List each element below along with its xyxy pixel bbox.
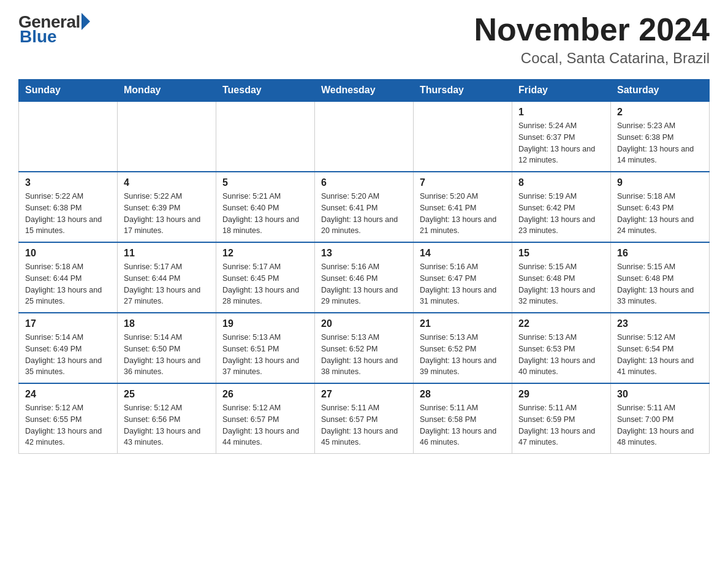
table-row: 24Sunrise: 5:12 AMSunset: 6:55 PMDayligh… <box>19 383 118 454</box>
table-row: 19Sunrise: 5:13 AMSunset: 6:51 PMDayligh… <box>216 313 315 383</box>
day-number: 23 <box>617 318 703 329</box>
table-row <box>118 101 216 172</box>
day-number: 17 <box>25 318 111 329</box>
day-info: Sunrise: 5:15 AMSunset: 6:48 PMDaylight:… <box>518 261 604 307</box>
day-number: 29 <box>518 389 604 400</box>
week-row-2: 3Sunrise: 5:22 AMSunset: 6:38 PMDaylight… <box>19 172 710 242</box>
title-section: November 2024 Cocal, Santa Catarina, Bra… <box>474 12 710 67</box>
calendar-subtitle: Cocal, Santa Catarina, Brazil <box>474 50 710 67</box>
table-row: 7Sunrise: 5:20 AMSunset: 6:41 PMDaylight… <box>414 172 512 242</box>
day-info: Sunrise: 5:23 AMSunset: 6:38 PMDaylight:… <box>617 120 703 166</box>
day-number: 8 <box>518 177 604 188</box>
table-row: 26Sunrise: 5:12 AMSunset: 6:57 PMDayligh… <box>216 383 315 454</box>
day-number: 28 <box>420 389 506 400</box>
day-info: Sunrise: 5:11 AMSunset: 6:59 PMDaylight:… <box>518 402 604 448</box>
table-row: 25Sunrise: 5:12 AMSunset: 6:56 PMDayligh… <box>118 383 216 454</box>
day-number: 12 <box>222 248 308 259</box>
table-row: 2Sunrise: 5:23 AMSunset: 6:38 PMDaylight… <box>611 101 710 172</box>
col-tuesday: Tuesday <box>216 80 315 102</box>
table-row: 16Sunrise: 5:15 AMSunset: 6:48 PMDayligh… <box>611 242 710 313</box>
table-row: 12Sunrise: 5:17 AMSunset: 6:45 PMDayligh… <box>216 242 315 313</box>
day-number: 26 <box>222 389 308 400</box>
table-row: 8Sunrise: 5:19 AMSunset: 6:42 PMDaylight… <box>512 172 611 242</box>
day-info: Sunrise: 5:13 AMSunset: 6:52 PMDaylight:… <box>321 332 407 378</box>
table-row <box>315 101 414 172</box>
table-row: 14Sunrise: 5:16 AMSunset: 6:47 PMDayligh… <box>414 242 512 313</box>
day-info: Sunrise: 5:22 AMSunset: 6:38 PMDaylight:… <box>25 191 111 237</box>
day-info: Sunrise: 5:12 AMSunset: 6:56 PMDaylight:… <box>124 402 210 448</box>
col-monday: Monday <box>118 80 216 102</box>
day-info: Sunrise: 5:13 AMSunset: 6:52 PMDaylight:… <box>420 332 506 378</box>
table-row: 21Sunrise: 5:13 AMSunset: 6:52 PMDayligh… <box>414 313 512 383</box>
day-info: Sunrise: 5:11 AMSunset: 6:57 PMDaylight:… <box>321 402 407 448</box>
day-info: Sunrise: 5:19 AMSunset: 6:42 PMDaylight:… <box>518 191 604 237</box>
table-row: 23Sunrise: 5:12 AMSunset: 6:54 PMDayligh… <box>611 313 710 383</box>
day-info: Sunrise: 5:12 AMSunset: 6:57 PMDaylight:… <box>222 402 308 448</box>
week-row-4: 17Sunrise: 5:14 AMSunset: 6:49 PMDayligh… <box>19 313 710 383</box>
day-number: 19 <box>222 318 308 329</box>
logo-blue-text: Blue <box>20 27 57 47</box>
day-info: Sunrise: 5:14 AMSunset: 6:50 PMDaylight:… <box>124 332 210 378</box>
day-info: Sunrise: 5:17 AMSunset: 6:44 PMDaylight:… <box>124 261 210 307</box>
day-number: 5 <box>222 177 308 188</box>
day-info: Sunrise: 5:16 AMSunset: 6:47 PMDaylight:… <box>420 261 506 307</box>
table-row: 17Sunrise: 5:14 AMSunset: 6:49 PMDayligh… <box>19 313 118 383</box>
day-number: 9 <box>617 177 703 188</box>
day-info: Sunrise: 5:12 AMSunset: 6:55 PMDaylight:… <box>25 402 111 448</box>
table-row: 22Sunrise: 5:13 AMSunset: 6:53 PMDayligh… <box>512 313 611 383</box>
table-row: 15Sunrise: 5:15 AMSunset: 6:48 PMDayligh… <box>512 242 611 313</box>
day-number: 14 <box>420 248 506 259</box>
day-info: Sunrise: 5:17 AMSunset: 6:45 PMDaylight:… <box>222 261 308 307</box>
day-number: 30 <box>617 389 703 400</box>
day-info: Sunrise: 5:21 AMSunset: 6:40 PMDaylight:… <box>222 191 308 237</box>
calendar-title: November 2024 <box>474 12 710 47</box>
day-info: Sunrise: 5:13 AMSunset: 6:53 PMDaylight:… <box>518 332 604 378</box>
col-friday: Friday <box>512 80 611 102</box>
calendar-table: Sunday Monday Tuesday Wednesday Thursday… <box>18 79 710 454</box>
table-row: 11Sunrise: 5:17 AMSunset: 6:44 PMDayligh… <box>118 242 216 313</box>
day-info: Sunrise: 5:15 AMSunset: 6:48 PMDaylight:… <box>617 261 703 307</box>
logo-arrow-icon <box>82 13 90 30</box>
day-info: Sunrise: 5:18 AMSunset: 6:43 PMDaylight:… <box>617 191 703 237</box>
day-number: 2 <box>617 107 703 118</box>
col-thursday: Thursday <box>414 80 512 102</box>
day-number: 16 <box>617 248 703 259</box>
day-number: 22 <box>518 318 604 329</box>
day-number: 13 <box>321 248 407 259</box>
day-info: Sunrise: 5:13 AMSunset: 6:51 PMDaylight:… <box>222 332 308 378</box>
table-row: 27Sunrise: 5:11 AMSunset: 6:57 PMDayligh… <box>315 383 414 454</box>
day-number: 1 <box>518 107 604 118</box>
week-row-5: 24Sunrise: 5:12 AMSunset: 6:55 PMDayligh… <box>19 383 710 454</box>
day-number: 24 <box>25 389 111 400</box>
day-number: 10 <box>25 248 111 259</box>
day-info: Sunrise: 5:16 AMSunset: 6:46 PMDaylight:… <box>321 261 407 307</box>
table-row: 13Sunrise: 5:16 AMSunset: 6:46 PMDayligh… <box>315 242 414 313</box>
table-row: 28Sunrise: 5:11 AMSunset: 6:58 PMDayligh… <box>414 383 512 454</box>
week-row-3: 10Sunrise: 5:18 AMSunset: 6:44 PMDayligh… <box>19 242 710 313</box>
table-row: 3Sunrise: 5:22 AMSunset: 6:38 PMDaylight… <box>19 172 118 242</box>
table-row <box>216 101 315 172</box>
day-number: 21 <box>420 318 506 329</box>
table-row <box>414 101 512 172</box>
calendar-header-row: Sunday Monday Tuesday Wednesday Thursday… <box>19 80 710 102</box>
day-info: Sunrise: 5:20 AMSunset: 6:41 PMDaylight:… <box>420 191 506 237</box>
day-info: Sunrise: 5:14 AMSunset: 6:49 PMDaylight:… <box>25 332 111 378</box>
week-row-1: 1Sunrise: 5:24 AMSunset: 6:37 PMDaylight… <box>19 101 710 172</box>
col-wednesday: Wednesday <box>315 80 414 102</box>
table-row: 6Sunrise: 5:20 AMSunset: 6:41 PMDaylight… <box>315 172 414 242</box>
logo: General Blue <box>18 12 90 47</box>
day-number: 20 <box>321 318 407 329</box>
day-number: 27 <box>321 389 407 400</box>
day-info: Sunrise: 5:12 AMSunset: 6:54 PMDaylight:… <box>617 332 703 378</box>
day-number: 3 <box>25 177 111 188</box>
day-number: 18 <box>124 318 210 329</box>
table-row: 4Sunrise: 5:22 AMSunset: 6:39 PMDaylight… <box>118 172 216 242</box>
col-sunday: Sunday <box>19 80 118 102</box>
table-row: 10Sunrise: 5:18 AMSunset: 6:44 PMDayligh… <box>19 242 118 313</box>
day-info: Sunrise: 5:11 AMSunset: 6:58 PMDaylight:… <box>420 402 506 448</box>
table-row: 1Sunrise: 5:24 AMSunset: 6:37 PMDaylight… <box>512 101 611 172</box>
table-row: 18Sunrise: 5:14 AMSunset: 6:50 PMDayligh… <box>118 313 216 383</box>
col-saturday: Saturday <box>611 80 710 102</box>
table-row: 5Sunrise: 5:21 AMSunset: 6:40 PMDaylight… <box>216 172 315 242</box>
day-number: 6 <box>321 177 407 188</box>
